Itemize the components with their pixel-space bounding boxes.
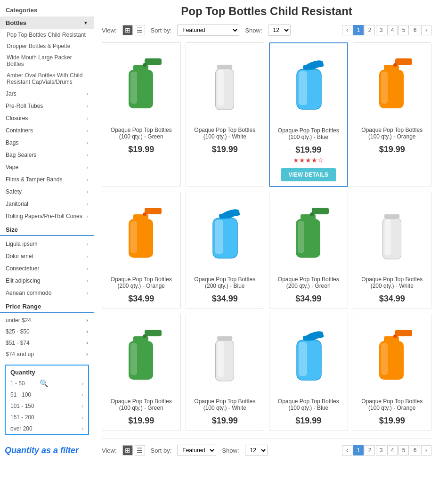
svg-rect-50 [299, 342, 307, 376]
pagination-next[interactable]: › [421, 445, 431, 455]
chevron-right-icon: › [82, 381, 83, 386]
chevron-right-icon: › [87, 91, 88, 97]
svg-rect-52 [395, 330, 412, 336]
pagination-page-3[interactable]: 3 [376, 445, 386, 455]
chevron-right-icon: › [82, 426, 83, 431]
quantity-filter-label: 1 - 50 [10, 380, 25, 387]
price-filter-item[interactable]: under $24› [0, 315, 94, 326]
price-filter-item[interactable]: $51 - $74› [0, 337, 94, 349]
size-filter-item[interactable]: Dolor amet› [0, 250, 94, 262]
chevron-right-icon: › [86, 351, 88, 358]
size-filter-item[interactable]: Consectetuer› [0, 262, 94, 275]
bottom-grid-view-icon[interactable]: ⊞ [122, 445, 133, 455]
pagination-page-6[interactable]: 6 [410, 25, 420, 35]
svg-rect-8 [218, 70, 224, 106]
pagination-page-2[interactable]: 2 [365, 25, 375, 35]
sort-select[interactable]: Featured Price: Low to High Price: High … [177, 24, 239, 36]
sidebar-section-item[interactable]: Closures› [0, 112, 94, 124]
sidebar-sub-item[interactable]: Dropper Bottles & Pipette [0, 41, 94, 52]
svg-rect-42 [130, 343, 137, 375]
pagination-page-2[interactable]: 2 [365, 445, 375, 455]
product-card[interactable]: Opaque Pop Top Bottles (100 qty.) - Whit… [186, 42, 265, 187]
pagination-page-6[interactable]: 6 [410, 445, 420, 455]
sidebar-section-item[interactable]: Bags› [0, 137, 94, 149]
sidebar-sub-item[interactable]: Wide Mouth Large Packer Bottles [0, 52, 94, 70]
bottom-show-select[interactable]: 12 [245, 445, 268, 456]
size-filter-item[interactable]: Aenean commodo› [0, 287, 94, 299]
pagination-page-3[interactable]: 3 [376, 25, 386, 35]
product-image [359, 319, 425, 394]
sidebar-sub-item[interactable]: Pop Top Bottles Child Resistant [0, 29, 94, 41]
quantity-filter-box: Quantity 1 - 50🔍›51 - 100›101 - 150›151 … [5, 365, 89, 435]
size-filter-item[interactable]: Elit adipiscing› [0, 275, 94, 287]
price-filter-item[interactable]: $74 and up› [0, 349, 94, 360]
bottom-view-label: View: [102, 447, 117, 454]
product-card[interactable]: Opaque Pop Top Bottles (200 qty.) - Oran… [102, 192, 181, 309]
show-select[interactable]: 12 24 48 [268, 24, 291, 36]
product-card[interactable]: Opaque Pop Top Bottles (100 qty.) - Whit… [186, 314, 265, 431]
sidebar-section-item[interactable]: Pre-Roll Tubes› [0, 100, 94, 112]
svg-point-56 [393, 334, 397, 338]
bottom-sort-select[interactable]: Featured [177, 445, 216, 456]
product-card[interactable]: Opaque Pop Top Bottles (200 qty.) - Whit… [353, 192, 432, 309]
pagination-page-1[interactable]: 1 [353, 25, 364, 35]
product-card[interactable]: Opaque Pop Top Bottles (100 qty.) - Oran… [353, 42, 432, 187]
sidebar-section-item[interactable]: Safety› [0, 186, 94, 198]
pagination-page-4[interactable]: 4 [387, 445, 398, 455]
product-card[interactable]: Opaque Pop Top Bottles (100 qty.) - Gree… [102, 42, 181, 187]
sidebar-section-item[interactable]: Films & Tamper Bands› [0, 173, 94, 186]
chevron-right-icon: › [87, 128, 88, 133]
products-grid: Opaque Pop Top Bottles (100 qty.) - Gree… [102, 42, 431, 431]
list-view-icon[interactable]: ☰ [135, 25, 145, 35]
bottom-list-view-icon[interactable]: ☰ [135, 445, 145, 455]
sidebar-section-label: Jars [6, 90, 16, 97]
product-title: Opaque Pop Top Bottles (100 qty.) - Oran… [358, 127, 427, 142]
product-card[interactable]: Opaque Pop Top Bottles (200 qty.) - Gree… [269, 192, 348, 309]
sidebar-quantity-items: 1 - 50🔍›51 - 100›101 - 150›151 - 200›ove… [6, 378, 88, 434]
pagination-prev[interactable]: ‹ [342, 25, 352, 35]
quantity-filter-label: over 200 [10, 425, 33, 432]
pagination-prev[interactable]: ‹ [342, 445, 352, 455]
quantity-filter-item[interactable]: 1 - 50🔍› [6, 378, 88, 389]
top-pagination: ‹123456› [342, 25, 431, 35]
sidebar-section-item[interactable]: Rolling Papers/Pre-Roll Cones› [0, 210, 94, 222]
pagination-page-4[interactable]: 4 [387, 25, 398, 35]
grid-view-icon[interactable]: ⊞ [122, 25, 133, 35]
sidebar-sub-item[interactable]: Amber Oval Bottles With Child Resistant … [0, 70, 94, 88]
product-card[interactable]: Opaque Pop Top Bottles (200 qty.) - Blue… [186, 192, 265, 309]
price-filter-label: under $24 [6, 317, 31, 324]
product-price: $19.99 [128, 145, 154, 154]
svg-rect-17 [381, 72, 388, 104]
pagination-page-1[interactable]: 1 [353, 445, 364, 455]
product-card[interactable]: Opaque Pop Top Bottles (100 qty.) - Blue… [269, 314, 348, 431]
chevron-right-icon: › [86, 328, 88, 335]
product-card[interactable]: Opaque Pop Top Bottles (100 qty.) - Oran… [353, 314, 432, 431]
quantity-filter-item[interactable]: 101 - 150› [6, 400, 88, 412]
pagination-page-5[interactable]: 5 [398, 25, 409, 35]
svg-rect-33 [298, 221, 304, 253]
product-card[interactable]: Opaque Pop Top Bottles (100 qty.) - Blue… [269, 42, 348, 187]
view-details-button[interactable]: VIEW DETAILS [281, 168, 336, 181]
size-filter-item[interactable]: Ligula ipsum› [0, 238, 94, 250]
sidebar-section-item[interactable]: Vape› [0, 161, 94, 173]
sidebar-section-item[interactable]: Jars› [0, 88, 94, 100]
svg-rect-55 [381, 343, 388, 375]
product-image [276, 197, 341, 272]
sidebar-section-item[interactable]: Bag Sealers› [0, 149, 94, 161]
product-price: $19.99 [212, 145, 238, 154]
sidebar-bottles-item[interactable]: Bottles ▼ [0, 16, 94, 29]
chevron-right-icon: › [87, 291, 88, 296]
price-filter-item[interactable]: $25 - $50› [0, 326, 94, 337]
product-price: $19.99 [295, 145, 321, 155]
product-card[interactable]: Opaque Pop Top Bottles (100 qty.) - Gree… [102, 314, 181, 431]
quantity-filter-item[interactable]: 151 - 200› [6, 412, 88, 423]
quantity-filter-item[interactable]: 51 - 100› [6, 389, 88, 400]
pagination-page-5[interactable]: 5 [398, 445, 409, 455]
sidebar-section-item[interactable]: Containers› [0, 124, 94, 137]
product-title: Opaque Pop Top Bottles (100 qty.) - Gree… [107, 127, 176, 142]
svg-rect-4 [130, 72, 137, 104]
sidebar-section-item[interactable]: Janitorial› [0, 198, 94, 210]
quantity-filter-item[interactable]: over 200› [6, 423, 88, 434]
pagination-next[interactable]: › [421, 25, 431, 35]
chevron-right-icon: › [82, 404, 83, 409]
